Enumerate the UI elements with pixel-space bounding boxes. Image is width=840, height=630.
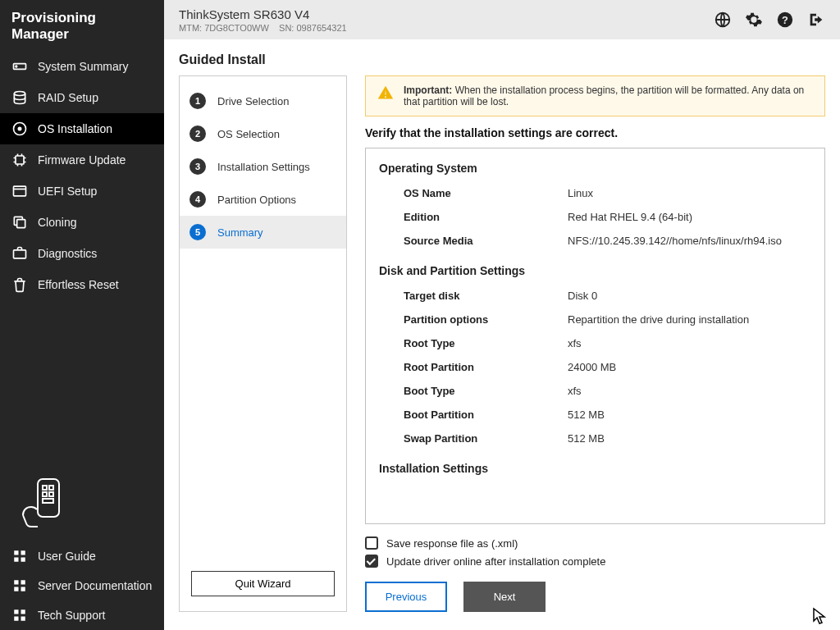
qr-phone-icon bbox=[0, 466, 164, 541]
sidebar-item-os-installation[interactable]: OS Installation bbox=[0, 113, 164, 144]
section-disk-partition: Disk and Partition Settings bbox=[379, 264, 811, 277]
topbar: ThinkSystem SR630 V4 MTM: 7DG8CTO0WW SN:… bbox=[164, 0, 840, 39]
checkbox-label: Update driver online after installation … bbox=[386, 555, 605, 568]
sidebar-item-label: Diagnostics bbox=[38, 247, 97, 260]
case-icon bbox=[11, 245, 28, 262]
step-label: OS Selection bbox=[217, 128, 280, 140]
previous-button[interactable]: Previous bbox=[365, 582, 447, 612]
quit-wizard-button[interactable]: Quit Wizard bbox=[191, 571, 335, 596]
svg-rect-18 bbox=[21, 558, 25, 562]
trash-icon bbox=[11, 276, 28, 293]
save-response-checkbox[interactable]: Save response file as (.xml) bbox=[365, 534, 825, 552]
copy-icon bbox=[11, 214, 28, 231]
sidebar-link-user-guide[interactable]: User Guide bbox=[0, 541, 164, 571]
svg-rect-5 bbox=[16, 156, 24, 164]
sidebar-link-server-documentation[interactable]: Server Documentation bbox=[0, 571, 164, 600]
svg-rect-11 bbox=[49, 486, 53, 490]
step-label: Drive Selection bbox=[217, 95, 289, 107]
step-partition-options[interactable]: 4Partition Options bbox=[180, 183, 346, 216]
grid-icon bbox=[11, 578, 28, 594]
warning-icon bbox=[377, 84, 394, 107]
window-icon bbox=[11, 183, 28, 199]
svg-rect-19 bbox=[14, 580, 18, 584]
sidebar-item-uefi-setup[interactable]: UEFI Setup bbox=[0, 176, 164, 207]
step-drive-selection[interactable]: 1Drive Selection bbox=[180, 84, 346, 117]
svg-rect-26 bbox=[21, 617, 25, 621]
sidebar-item-label: UEFI Setup bbox=[38, 185, 97, 198]
sidebar-item-raid-setup[interactable]: RAID Setup bbox=[0, 82, 164, 113]
svg-rect-20 bbox=[21, 580, 25, 584]
gear-icon[interactable] bbox=[745, 11, 763, 29]
sidebar-item-system-summary[interactable]: System Summary bbox=[0, 51, 164, 82]
sidebar-item-firmware-update[interactable]: Firmware Update bbox=[0, 144, 164, 176]
exit-icon[interactable] bbox=[807, 11, 825, 29]
svg-rect-10 bbox=[43, 486, 47, 490]
svg-point-1 bbox=[16, 66, 17, 67]
help-icon[interactable]: ? bbox=[776, 11, 794, 29]
checkbox-checked-icon[interactable] bbox=[365, 555, 378, 568]
sidebar-link-label: User Guide bbox=[38, 550, 96, 563]
svg-point-4 bbox=[18, 127, 21, 130]
wizard-steps: 1Drive Selection 2OS Selection 3Installa… bbox=[179, 75, 347, 612]
warning-text: When the installation process begins, th… bbox=[404, 84, 804, 107]
grid-icon bbox=[11, 548, 28, 564]
step-installation-settings[interactable]: 3Installation Settings bbox=[180, 150, 346, 183]
svg-rect-23 bbox=[14, 609, 18, 614]
sidebar-item-label: OS Installation bbox=[38, 122, 112, 135]
summary-scroll[interactable]: Operating System OS NameLinux EditionRed… bbox=[366, 148, 824, 523]
svg-rect-15 bbox=[14, 550, 18, 555]
disc-icon bbox=[11, 121, 28, 137]
svg-rect-12 bbox=[43, 492, 47, 496]
svg-rect-7 bbox=[17, 220, 25, 228]
sidebar-item-label: RAID Setup bbox=[38, 91, 98, 104]
chip-icon bbox=[11, 152, 28, 168]
checkbox-icon[interactable] bbox=[365, 536, 378, 550]
sidebar-link-tech-support[interactable]: Tech Support bbox=[0, 600, 164, 630]
sidebar-item-diagnostics[interactable]: Diagnostics bbox=[0, 238, 164, 269]
sidebar-item-label: Firmware Update bbox=[38, 153, 126, 167]
sidebar-link-label: Server Documentation bbox=[38, 579, 152, 592]
svg-rect-25 bbox=[14, 617, 18, 621]
sidebar: Provisioning Manager System Summary RAID… bbox=[0, 0, 164, 630]
next-button[interactable]: Next bbox=[463, 582, 546, 612]
verify-heading: Verify that the installation settings ar… bbox=[365, 126, 825, 139]
app-brand: Provisioning Manager bbox=[0, 0, 164, 51]
grid-icon bbox=[11, 607, 28, 623]
svg-rect-6 bbox=[14, 186, 26, 196]
step-os-selection[interactable]: 2OS Selection bbox=[180, 117, 346, 150]
drive-icon bbox=[11, 58, 28, 75]
svg-rect-8 bbox=[14, 250, 26, 258]
section-installation-settings: Installation Settings bbox=[379, 462, 811, 475]
step-label: Partition Options bbox=[217, 194, 296, 206]
svg-rect-21 bbox=[14, 587, 18, 591]
page-title: Guided Install bbox=[179, 52, 825, 67]
globe-icon[interactable] bbox=[714, 11, 732, 29]
disks-icon bbox=[11, 89, 28, 106]
step-label: Installation Settings bbox=[217, 161, 310, 173]
checkbox-label: Save response file as (.xml) bbox=[386, 537, 518, 550]
sidebar-item-cloning[interactable]: Cloning bbox=[0, 207, 164, 238]
svg-point-2 bbox=[14, 92, 25, 96]
step-summary[interactable]: 5Summary bbox=[180, 216, 346, 249]
sidebar-item-label: System Summary bbox=[38, 60, 128, 73]
svg-rect-22 bbox=[21, 587, 25, 591]
sidebar-item-label: Cloning bbox=[38, 216, 76, 229]
svg-rect-13 bbox=[49, 492, 53, 496]
sidebar-nav: System Summary RAID Setup OS Installatio… bbox=[0, 51, 164, 300]
warning-banner: Important: When the installation process… bbox=[365, 75, 825, 116]
svg-rect-24 bbox=[21, 609, 25, 614]
system-name: ThinkSystem SR630 V4 bbox=[179, 7, 347, 21]
svg-rect-16 bbox=[21, 550, 25, 555]
step-label: Summary bbox=[217, 226, 263, 239]
system-meta: MTM: 7DG8CTO0WW SN: 0987654321 bbox=[179, 23, 347, 33]
section-operating-system: Operating System bbox=[379, 162, 811, 175]
summary-panel: Operating System OS NameLinux EditionRed… bbox=[365, 148, 825, 524]
sidebar-link-label: Tech Support bbox=[38, 609, 106, 622]
svg-text:?: ? bbox=[782, 14, 788, 26]
update-driver-checkbox[interactable]: Update driver online after installation … bbox=[365, 552, 825, 570]
svg-rect-17 bbox=[14, 558, 18, 562]
sidebar-item-effortless-reset[interactable]: Effortless Reset bbox=[0, 269, 164, 300]
svg-rect-14 bbox=[43, 499, 53, 503]
sidebar-item-label: Effortless Reset bbox=[38, 278, 119, 291]
sidebar-bottom-links: User Guide Server Documentation Tech Sup… bbox=[0, 541, 164, 630]
